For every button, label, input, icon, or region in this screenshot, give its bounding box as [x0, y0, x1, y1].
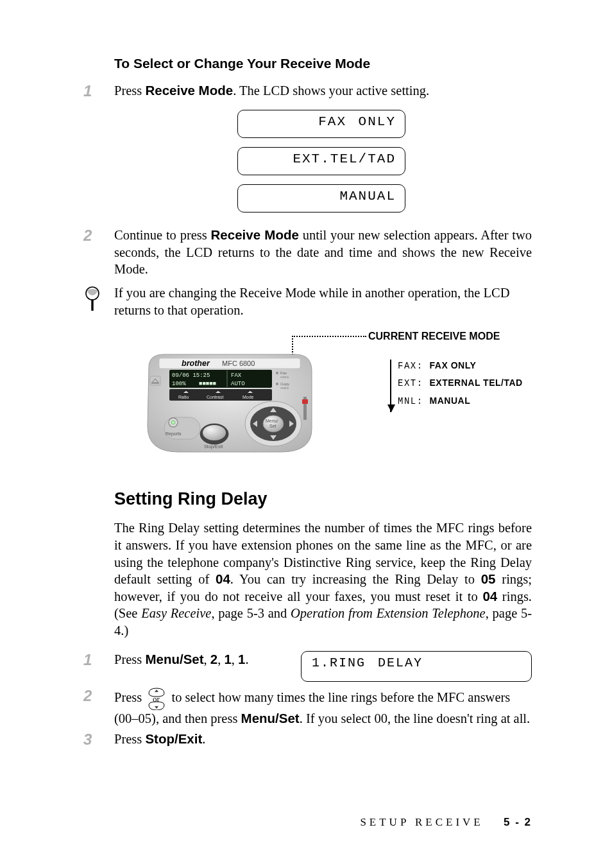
- step-number: 1: [83, 651, 114, 682]
- step-body: Press Menu/Set, 2, 1, 1.: [114, 651, 273, 682]
- footer-section: SETUP RECEIVE: [360, 816, 483, 828]
- svg-rect-37: [302, 399, 308, 404]
- lcd-ring-delay: 1.RING DELAY: [301, 651, 532, 682]
- text: Continue to press: [114, 228, 211, 242]
- down-arrow-icon: [387, 404, 395, 412]
- page: To Select or Change Your Receive Mode 1 …: [0, 0, 612, 868]
- svg-point-22: [171, 421, 175, 424]
- step-body: Press Receive Mode. The LCD shows your a…: [114, 82, 532, 100]
- svg-text:Stop/Exit: Stop/Exit: [204, 444, 223, 449]
- step-body: Press Stop/Exit.: [114, 731, 532, 748]
- ring-delay-paragraph: The Ring Delay setting determines the nu…: [114, 519, 532, 639]
- step-2: 2 Continue to press Receive Mode until y…: [83, 227, 532, 278]
- model-text: MFC 6800: [222, 360, 255, 367]
- mode-legend: FAX: FAX ONLY EXT: EXTERNAL TEL/TAD MNL:…: [390, 360, 523, 412]
- note-text: If you are changing the Receive Mode whi…: [114, 284, 532, 318]
- step-number: 2: [83, 227, 114, 243]
- heading-ring-delay: Setting Ring Delay: [114, 488, 532, 510]
- step-body: Press or to select how many times the li…: [114, 687, 532, 727]
- step-number: 2: [83, 687, 114, 704]
- receive-mode-diagram: CURRENT RECEIVE MODE bro: [122, 334, 532, 462]
- svg-text:Menu/: Menu/: [266, 419, 278, 423]
- svg-marker-40: [155, 706, 158, 709]
- dotted-leader: [292, 336, 366, 337]
- legend-ext: EXT: EXTERNAL TEL/TAD: [398, 377, 523, 389]
- ring-step-3: 3 Press Stop/Exit.: [83, 731, 532, 748]
- subheading-select-receive-mode: To Select or Change Your Receive Mode: [114, 55, 532, 72]
- svg-marker-38: [155, 690, 158, 692]
- legend-mnl: MNL: MANUAL: [398, 395, 523, 407]
- lcd-manual: MANUAL: [237, 184, 405, 213]
- device-lcd-line2-right: AUTO: [231, 381, 245, 387]
- device-lcd-line2-left: 100%: [172, 381, 186, 387]
- device-lcd-line1-right: FAX: [231, 372, 242, 379]
- legend-fax: FAX: FAX ONLY: [398, 360, 523, 372]
- device-illustration: brother MFC 6800 09/06 15:25 FAX 100% ■■…: [146, 352, 313, 455]
- svg-text:status: status: [280, 386, 289, 390]
- text: Press: [114, 83, 145, 98]
- step-number: 3: [83, 731, 114, 747]
- text: . The LCD shows your active setting.: [233, 83, 429, 98]
- lcd-ext-tel-tad: EXT.TEL/TAD: [237, 147, 405, 175]
- svg-text:Ratio: Ratio: [178, 395, 189, 399]
- receive-mode-button-ref: Receive Mode: [211, 227, 299, 242]
- ring-step-2: 2 Press or to select how many times the …: [83, 687, 532, 727]
- svg-point-5: [276, 372, 278, 374]
- note: If you are changing the Receive Mode whi…: [83, 284, 532, 318]
- svg-text:Reports: Reports: [166, 431, 182, 437]
- ring-step-1-row: 1 Press Menu/Set, 2, 1, 1. 1.RING DELAY: [83, 651, 532, 682]
- step-body: Continue to press Receive Mode until you…: [114, 227, 532, 278]
- receive-mode-button-ref: Receive Mode: [145, 83, 233, 98]
- step-1: 1 Press Receive Mode. The LCD shows your…: [83, 82, 532, 100]
- svg-point-8: [276, 383, 278, 385]
- lcd-examples: FAX ONLY EXT.TEL/TAD MANUAL: [237, 110, 405, 213]
- footer-page-number: 5 - 2: [504, 816, 532, 828]
- nav-up-down-icon: or: [146, 687, 167, 710]
- svg-text:status: status: [280, 375, 289, 379]
- device-lcd-line1-left: 09/06 15:25: [172, 372, 210, 379]
- page-footer: SETUP RECEIVE 5 - 2: [360, 815, 532, 829]
- diagram-title: CURRENT RECEIVE MODE: [368, 330, 500, 343]
- lcd-fax-only: FAX ONLY: [237, 110, 405, 138]
- svg-rect-1: [91, 299, 93, 311]
- svg-point-25: [203, 425, 226, 440]
- device-lcd-line2-mid: ■■■■■: [199, 381, 216, 387]
- svg-text:Contrast: Contrast: [207, 395, 224, 399]
- svg-text:Mode: Mode: [242, 395, 254, 399]
- svg-rect-19: [151, 382, 159, 384]
- lightbulb-icon: [83, 284, 114, 317]
- svg-text:Set: Set: [269, 424, 276, 428]
- brand-text: brother: [182, 359, 210, 368]
- svg-text:or: or: [153, 694, 160, 704]
- step-number: 1: [83, 82, 114, 99]
